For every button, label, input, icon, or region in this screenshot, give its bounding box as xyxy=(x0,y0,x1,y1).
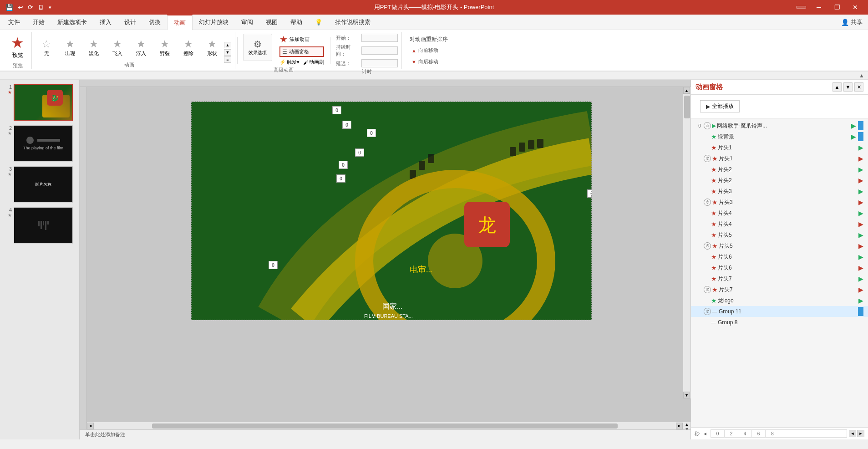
panel-expand-down-button[interactable]: ▼ xyxy=(843,82,853,92)
anim-item-audio[interactable]: 0 ⏱ ▶ 网络歌手-魔爪铃声... ▶ xyxy=(691,120,868,131)
slide-number-4: 4 xyxy=(9,207,12,213)
tab-search[interactable]: 操作说明搜索 xyxy=(329,15,377,30)
canvas-vscrollbar[interactable]: ▲ ▼ xyxy=(683,87,690,398)
tab-insert[interactable]: 插入 xyxy=(93,15,118,30)
tab-help[interactable]: 帮助 xyxy=(284,15,309,30)
login-button[interactable] xyxy=(796,6,806,9)
slide-star-1: ★ xyxy=(8,90,12,95)
anim-fly-button[interactable]: ★ 飞入 xyxy=(107,36,128,59)
panel-close-button[interactable]: ✕ xyxy=(854,82,863,92)
tab-file[interactable]: 文件 xyxy=(2,15,26,30)
anim-item-ph2a[interactable]: ★ 片头2 ▶ xyxy=(691,164,868,175)
slide-thumbnail-4[interactable]: 4 ★ xyxy=(2,206,77,245)
timeline-prev-button[interactable]: ◄ xyxy=(701,431,709,436)
anim-item-ph7a[interactable]: ★ 片头7 ▶ xyxy=(691,273,868,284)
duration-input[interactable] xyxy=(361,46,398,55)
anim-item-ph5a[interactable]: ★ 片头5 ▶ xyxy=(691,230,868,240)
hscroll-thumb[interactable] xyxy=(152,423,618,429)
scroll-down-button[interactable]: ▼ xyxy=(224,49,231,56)
tab-view[interactable]: 视图 xyxy=(259,15,284,30)
anim-item-group11[interactable]: ⏱ — Group 11 xyxy=(691,306,868,317)
canvas-nav-up[interactable]: ▲ xyxy=(683,422,690,427)
anim-name-ph5b: 片头5 xyxy=(719,242,857,250)
timeline-scroll-right[interactable]: ► xyxy=(857,430,864,437)
slide-thumbnail-2[interactable]: 2 ★ The playing of the film xyxy=(2,124,77,163)
anim-item-ph5b[interactable]: ⏱ ★ 片头5 ▶ xyxy=(691,240,868,251)
tab-animation[interactable]: 动画 xyxy=(167,15,193,30)
add-animation-button[interactable]: ★ 添加动画 xyxy=(279,34,324,45)
close-button[interactable]: ✕ xyxy=(846,2,864,13)
tab-review[interactable]: 审阅 xyxy=(235,15,259,30)
anim-item-ph7b[interactable]: ⏱ ★ 片头7 ▶ xyxy=(691,284,868,295)
anim-item-ph1a[interactable]: ★ 片头1 ▶ xyxy=(691,142,868,153)
collapse-ribbon-button[interactable]: ▲ xyxy=(859,72,864,79)
tab-transitions[interactable]: 切换 xyxy=(142,15,167,30)
present-icon[interactable]: 🖥 xyxy=(36,3,46,12)
anim-item-ph1b[interactable]: ⏱ ★ 片头1 ▶ xyxy=(691,153,868,164)
hscroll-left-button[interactable]: ◄ xyxy=(87,423,94,429)
start-input[interactable] xyxy=(361,34,398,42)
anim-fade-button[interactable]: ★ 淡化 xyxy=(83,36,105,59)
anim-float-button[interactable]: ★ 浮入 xyxy=(130,36,152,59)
slide-canvas: 龙 电审... 国家... FILM BUREAU STA... 0 0 0 0… xyxy=(191,102,592,320)
anim-play-ph2b: ▶ xyxy=(858,177,863,184)
slide-thumbnail-3[interactable]: 3 ★ 影片名称 xyxy=(2,165,77,204)
canvas-hscrollbar[interactable]: ◄ ► xyxy=(87,422,683,429)
animation-brush-button[interactable]: 🖌 动画刷 xyxy=(303,59,324,66)
move-forward-button[interactable]: ▲ 向前移动 xyxy=(410,46,448,55)
anim-split-button[interactable]: ★ 劈裂 xyxy=(154,36,176,59)
canvas-hscrollbar-row: ◄ ► ▲ ▼ xyxy=(80,422,690,429)
anim-item-ph3a[interactable]: ★ 片头3 ▶ xyxy=(691,186,868,197)
vscroll-thumb[interactable] xyxy=(684,96,690,118)
anim-item-ph6b[interactable]: ★ 片头6 ▶ xyxy=(691,262,868,273)
restore-button[interactable]: ❐ xyxy=(828,2,846,13)
anim-item-ph6a[interactable]: ★ 片头6 ▶ xyxy=(691,251,868,262)
hscroll-right-button[interactable]: ► xyxy=(676,423,683,429)
anim-none-button[interactable]: ☆ 无 xyxy=(36,36,57,59)
save-icon[interactable]: 💾 xyxy=(4,3,15,12)
minimize-button[interactable]: ─ xyxy=(810,2,828,13)
preview-button[interactable]: ★ 预览 xyxy=(7,32,28,61)
anim-badge-8: 0 xyxy=(269,261,278,269)
anim-item-bg[interactable]: ★ 绿背景 ▶ xyxy=(691,131,868,142)
vscroll-track xyxy=(683,94,690,392)
undo-icon[interactable]: ↩ xyxy=(16,3,25,12)
anim-item-logo[interactable]: ★ 龙logo ▶ xyxy=(691,295,868,306)
anim-shape-button[interactable]: ★ 形状 xyxy=(201,36,223,59)
slide-thumbnail-1[interactable]: 1 ★ 🐉 xyxy=(2,83,77,122)
anim-item-ph3b[interactable]: ⏱ ★ 片头3 ▶ xyxy=(691,197,868,208)
anim-item-group8[interactable]: — Group 8 xyxy=(691,317,868,328)
scroll-more-button[interactable]: ≡ xyxy=(224,56,231,63)
vscroll-down-button[interactable]: ▼ xyxy=(683,392,690,398)
anim-wipe-button[interactable]: ★ 擦除 xyxy=(178,36,199,59)
tab-newtab[interactable]: 新建选项卡 xyxy=(51,15,93,30)
trigger-button[interactable]: ⚡ 触发▾ xyxy=(279,59,299,66)
vscroll-up-button[interactable]: ▲ xyxy=(683,87,690,94)
anim-play-ph4a: ▶ xyxy=(858,209,863,217)
anim-time-0: 0 xyxy=(695,123,704,128)
share-label[interactable]: 共享 xyxy=(851,18,863,26)
anim-item-ph2b[interactable]: ★ 片头2 ▶ xyxy=(691,175,868,186)
effect-options-button[interactable]: ⚙ 效果选项 xyxy=(243,34,272,61)
tab-lightbulb[interactable]: 💡 xyxy=(309,15,329,30)
animation-panel-button[interactable]: ☰ 动画窗格 xyxy=(279,46,324,57)
animation-pane: 动画窗格 ▲ ▼ ✕ ▶ 全部播放 0 ⏱ ▶ 网络歌手-魔爪铃声... ▶ xyxy=(690,80,868,439)
move-backward-button[interactable]: ▼ 向后移动 xyxy=(410,57,448,66)
anim-appear-button[interactable]: ★ 出现 xyxy=(59,36,81,59)
tab-slideshow[interactable]: 幻灯片放映 xyxy=(193,15,235,30)
timeline-scroll-left[interactable]: ◄ xyxy=(849,430,856,437)
redo-icon[interactable]: ⟳ xyxy=(26,3,35,12)
scroll-up-button[interactable]: ▲ xyxy=(224,42,231,48)
delay-input[interactable] xyxy=(361,59,398,67)
tab-home[interactable]: 开始 xyxy=(26,15,51,30)
panel-expand-up-button[interactable]: ▲ xyxy=(832,82,842,92)
anim-item-ph4b[interactable]: ★ 片头4 ▶ xyxy=(691,219,868,230)
notes-placeholder: 单击此处添加备注 xyxy=(85,431,125,438)
anim-play-ph7b: ▶ xyxy=(858,286,863,293)
play-all-button[interactable]: ▶ 全部播放 xyxy=(700,100,740,112)
tab-design[interactable]: 设计 xyxy=(118,15,142,30)
timeline-scroll: ◄ ► xyxy=(849,430,864,437)
slide-number-2: 2 xyxy=(9,125,12,131)
anim-item-ph4a[interactable]: ★ 片头4 ▶ xyxy=(691,208,868,219)
dropdown-icon[interactable]: ▾ xyxy=(47,4,53,11)
